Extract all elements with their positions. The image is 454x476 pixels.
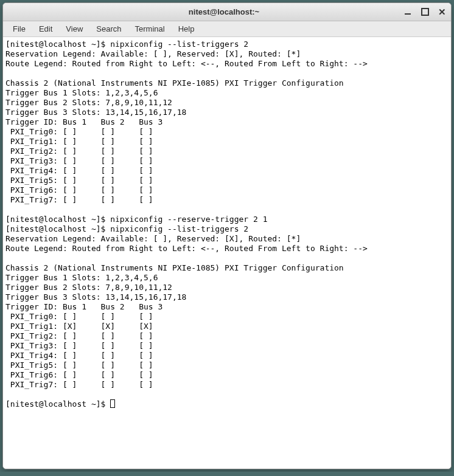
trigger-row: PXI_Trig1: [ ] [ ] [ ] xyxy=(5,137,153,146)
trigger-row: PXI_Trig4: [ ] [ ] [ ] xyxy=(5,351,153,360)
menu-view[interactable]: View xyxy=(60,23,89,35)
trigger-row: PXI_Trig1: [X] [X] [X] xyxy=(5,322,153,331)
command-1: nipxiconfig --list-triggers 2 xyxy=(110,40,248,49)
output-line: Trigger Bus 3 Slots: 13,14,15,16,17,18 xyxy=(5,292,186,302)
prompt: [nitest@localhost ~]$ xyxy=(5,399,110,409)
window-title: nitest@localhost:~ xyxy=(44,7,403,16)
trigger-row: PXI_Trig7: [ ] [ ] [ ] xyxy=(5,380,153,389)
command-3: nipxiconfig --list-triggers 2 xyxy=(110,224,248,233)
cursor-icon xyxy=(110,399,115,408)
output-line: Reservation Legend: Available: [ ], Rese… xyxy=(5,234,301,243)
menu-terminal[interactable]: Terminal xyxy=(129,23,171,35)
menu-edit[interactable]: Edit xyxy=(33,23,58,35)
trigger-row: PXI_Trig6: [ ] [ ] [ ] xyxy=(5,185,153,195)
output-line: Trigger ID: Bus 1 Bus 2 Bus 3 xyxy=(5,117,162,126)
trigger-row: PXI_Trig6: [ ] [ ] [ ] xyxy=(5,370,153,379)
trigger-row: PXI_Trig4: [ ] [ ] [ ] xyxy=(5,166,153,175)
command-2: nipxiconfig --reserve-trigger 2 1 xyxy=(110,215,267,224)
minimize-button[interactable] xyxy=(403,8,412,16)
maximize-button[interactable] xyxy=(421,8,429,16)
output-line: Route Legend: Routed from Right to Left:… xyxy=(5,244,368,253)
trigger-row: PXI_Trig2: [ ] [ ] [ ] xyxy=(5,147,153,156)
menu-help[interactable]: Help xyxy=(172,23,201,35)
output-line: Chassis 2 (National Instruments NI PXIe-… xyxy=(5,78,344,88)
output-line: Trigger Bus 3 Slots: 13,14,15,16,17,18 xyxy=(5,108,186,117)
trigger-row: PXI_Trig2: [ ] [ ] [ ] xyxy=(5,331,153,340)
trigger-row: PXI_Trig0: [ ] [ ] [ ] xyxy=(5,312,153,321)
trigger-row: PXI_Trig7: [ ] [ ] [ ] xyxy=(5,195,153,204)
output-line: Reservation Legend: Available: [ ], Rese… xyxy=(5,49,301,58)
trigger-row: PXI_Trig0: [ ] [ ] [ ] xyxy=(5,127,153,136)
menu-file[interactable]: File xyxy=(7,23,32,35)
output-line: Route Legend: Routed from Right to Left:… xyxy=(5,59,368,68)
prompt: [nitest@localhost ~]$ xyxy=(5,215,110,224)
trigger-row: PXI_Trig3: [ ] [ ] [ ] xyxy=(5,341,153,350)
trigger-row: PXI_Trig3: [ ] [ ] [ ] xyxy=(5,156,153,165)
output-line: Trigger Bus 2 Slots: 7,8,9,10,11,12 xyxy=(5,98,172,107)
output-line: Trigger Bus 1 Slots: 1,2,3,4,5,6 xyxy=(5,88,158,97)
close-button[interactable]: ✕ xyxy=(438,8,446,16)
window-controls: ✕ xyxy=(403,8,446,16)
menu-search[interactable]: Search xyxy=(90,23,127,35)
output-line: Trigger ID: Bus 1 Bus 2 Bus 3 xyxy=(5,302,162,311)
terminal-output[interactable]: [nitest@localhost ~]$ nipxiconfig --list… xyxy=(3,37,451,469)
trigger-row: PXI_Trig5: [ ] [ ] [ ] xyxy=(5,176,153,185)
prompt: [nitest@localhost ~]$ xyxy=(5,40,110,49)
output-line: Trigger Bus 1 Slots: 1,2,3,4,5,6 xyxy=(5,273,158,282)
terminal-window: nitest@localhost:~ ✕ File Edit View Sear… xyxy=(2,2,452,469)
trigger-row: PXI_Trig5: [ ] [ ] [ ] xyxy=(5,360,153,370)
titlebar[interactable]: nitest@localhost:~ ✕ xyxy=(3,3,451,21)
output-line: Trigger Bus 2 Slots: 7,8,9,10,11,12 xyxy=(5,283,172,292)
menubar: File Edit View Search Terminal Help xyxy=(3,21,451,37)
prompt: [nitest@localhost ~]$ xyxy=(5,224,110,233)
output-line: Chassis 2 (National Instruments NI PXIe-… xyxy=(5,263,344,272)
